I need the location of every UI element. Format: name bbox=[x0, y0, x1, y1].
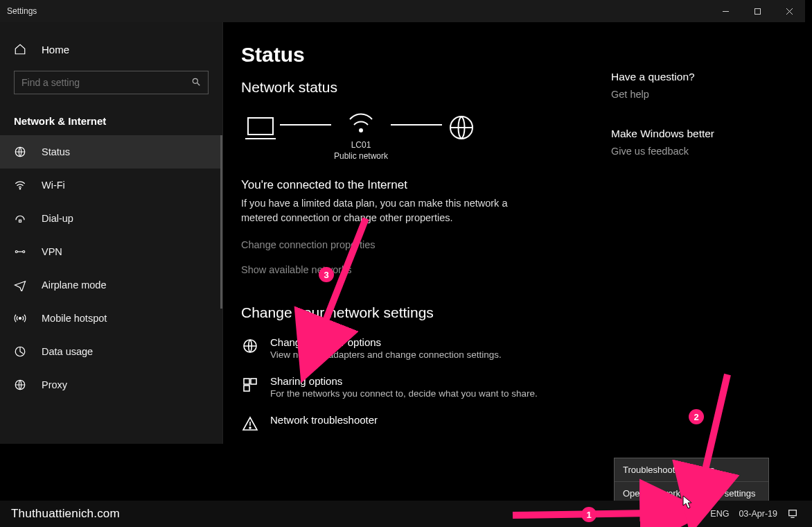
sidebar-home[interactable]: Home bbox=[0, 35, 222, 64]
search-box[interactable] bbox=[14, 71, 209, 94]
sidebar-item-label: Wi-Fi bbox=[42, 180, 65, 191]
sidebar-item-status[interactable]: Status bbox=[0, 135, 222, 169]
svg-point-9 bbox=[15, 251, 17, 253]
sidebar-item-label: Data usage bbox=[42, 346, 93, 357]
subtitle-network-status: Network status bbox=[241, 79, 590, 96]
search-input[interactable] bbox=[21, 77, 191, 88]
sidebar-item-airplane[interactable]: Airplane mode bbox=[0, 268, 222, 302]
datausage-icon bbox=[14, 345, 26, 358]
connected-body: If you have a limited data plan, you can… bbox=[241, 196, 518, 225]
section-change-settings: Change your network settings bbox=[241, 304, 590, 321]
link-connection-properties[interactable]: Change connection properties bbox=[241, 239, 590, 250]
main-content: Status Network status LC01 Public networ… bbox=[223, 22, 805, 444]
sidebar-item-vpn[interactable]: VPN bbox=[0, 235, 222, 268]
network-type: Public network bbox=[334, 151, 388, 161]
page-title: Status bbox=[241, 43, 590, 67]
svg-rect-26 bbox=[789, 510, 797, 516]
settings-window: Settings Home Netwo bbox=[0, 0, 805, 444]
svg-rect-19 bbox=[244, 379, 249, 384]
aside: Have a question? Get help Make Windows b… bbox=[611, 43, 777, 444]
sidebar-list: Status Wi-Fi Dial-up bbox=[0, 135, 222, 401]
option-title: Change adapter options bbox=[270, 336, 502, 348]
svg-rect-14 bbox=[248, 118, 273, 135]
svg-point-7 bbox=[19, 189, 21, 190]
svg-point-16 bbox=[360, 129, 362, 132]
tray-volume-icon[interactable] bbox=[669, 508, 680, 519]
wifi-icon bbox=[14, 179, 26, 191]
sidebar-item-wifi[interactable]: Wi-Fi bbox=[0, 169, 222, 202]
maximize-button[interactable] bbox=[741, 0, 773, 22]
link-available-networks[interactable]: Show available networks bbox=[241, 264, 590, 275]
link-give-feedback[interactable]: Give us feedback bbox=[611, 146, 777, 157]
sidebar-item-label: Dial-up bbox=[42, 213, 73, 224]
sidebar-item-label: VPN bbox=[42, 246, 62, 257]
sidebar-scrollbar[interactable] bbox=[220, 135, 222, 309]
proxy-icon bbox=[14, 379, 26, 391]
tray-keyboard-icon[interactable] bbox=[689, 508, 700, 519]
svg-rect-20 bbox=[251, 379, 256, 384]
network-diagram: LC01 Public network bbox=[244, 108, 590, 162]
globe-icon bbox=[445, 114, 478, 157]
sidebar-item-label: Airplane mode bbox=[42, 279, 107, 291]
sidebar: Home Network & Internet Status bbox=[0, 22, 223, 444]
dialup-icon bbox=[14, 212, 26, 225]
vpn-icon bbox=[14, 245, 26, 258]
network-name: LC01 bbox=[351, 140, 371, 150]
system-tray: ENG 03-Apr-19 bbox=[627, 508, 812, 519]
svg-rect-8 bbox=[19, 220, 21, 222]
option-title: Network troubleshooter bbox=[270, 414, 378, 426]
close-button[interactable] bbox=[773, 0, 805, 22]
sidebar-item-datausage[interactable]: Data usage bbox=[0, 335, 222, 368]
troubleshoot-icon bbox=[241, 414, 259, 432]
status-icon bbox=[14, 146, 26, 158]
tray-chevron-icon[interactable] bbox=[627, 508, 638, 519]
window-title: Settings bbox=[0, 6, 709, 16]
option-title: Sharing options bbox=[270, 375, 538, 387]
sidebar-item-label: Proxy bbox=[42, 379, 67, 390]
svg-rect-21 bbox=[244, 386, 249, 391]
option-troubleshooter[interactable]: Network troubleshooter bbox=[241, 414, 590, 432]
connected-heading: You're connected to the Internet bbox=[241, 178, 590, 192]
titlebar: Settings bbox=[0, 0, 805, 22]
svg-point-4 bbox=[193, 78, 197, 83]
hotspot-icon bbox=[14, 312, 26, 325]
search-icon bbox=[191, 77, 201, 89]
option-change-adapter[interactable]: Change adapter options View network adap… bbox=[241, 336, 590, 360]
watermark-text: Thuthuattienich.com bbox=[0, 507, 120, 521]
tray-wifi-icon[interactable] bbox=[648, 508, 659, 519]
tray-date[interactable]: 03-Apr-19 bbox=[739, 509, 777, 519]
wifi-ap-icon: LC01 Public network bbox=[334, 108, 388, 162]
svg-rect-1 bbox=[754, 8, 760, 14]
tray-context-menu: Troubleshoot problems Open Network & Int… bbox=[614, 458, 769, 506]
sidebar-item-label: Mobile hotspot bbox=[42, 313, 107, 324]
option-sharing[interactable]: Sharing options For the networks you con… bbox=[241, 375, 590, 399]
menu-item-troubleshoot[interactable]: Troubleshoot problems bbox=[615, 458, 768, 481]
sidebar-item-label: Status bbox=[42, 146, 70, 157]
svg-point-24 bbox=[653, 516, 654, 517]
svg-point-10 bbox=[23, 251, 25, 253]
airplane-icon bbox=[14, 279, 26, 291]
aside-question-heading: Have a question? bbox=[611, 71, 777, 83]
taskbar: Thuthuattienich.com ENG 03-Apr-19 bbox=[0, 501, 812, 527]
aside-better-heading: Make Windows better bbox=[611, 128, 777, 140]
minimize-button[interactable] bbox=[709, 0, 741, 22]
option-subtitle: View network adapters and change connect… bbox=[270, 349, 502, 360]
tray-language[interactable]: ENG bbox=[710, 509, 729, 519]
adapter-icon bbox=[241, 336, 259, 354]
sidebar-item-hotspot[interactable]: Mobile hotspot bbox=[0, 302, 222, 335]
svg-rect-25 bbox=[691, 512, 700, 517]
sidebar-item-dialup[interactable]: Dial-up bbox=[0, 202, 222, 235]
link-get-help[interactable]: Get help bbox=[611, 89, 777, 100]
sidebar-home-label: Home bbox=[42, 44, 69, 55]
svg-line-5 bbox=[197, 83, 200, 85]
home-icon bbox=[14, 43, 26, 55]
pc-icon bbox=[244, 114, 277, 157]
tray-notifications-icon[interactable] bbox=[787, 508, 798, 519]
sidebar-item-proxy[interactable]: Proxy bbox=[0, 368, 222, 401]
svg-point-23 bbox=[249, 427, 251, 429]
option-subtitle: For the networks you connect to, decide … bbox=[270, 388, 538, 399]
sidebar-section-title: Network & Internet bbox=[0, 97, 222, 135]
svg-point-11 bbox=[19, 318, 21, 320]
sharing-icon bbox=[241, 375, 259, 393]
